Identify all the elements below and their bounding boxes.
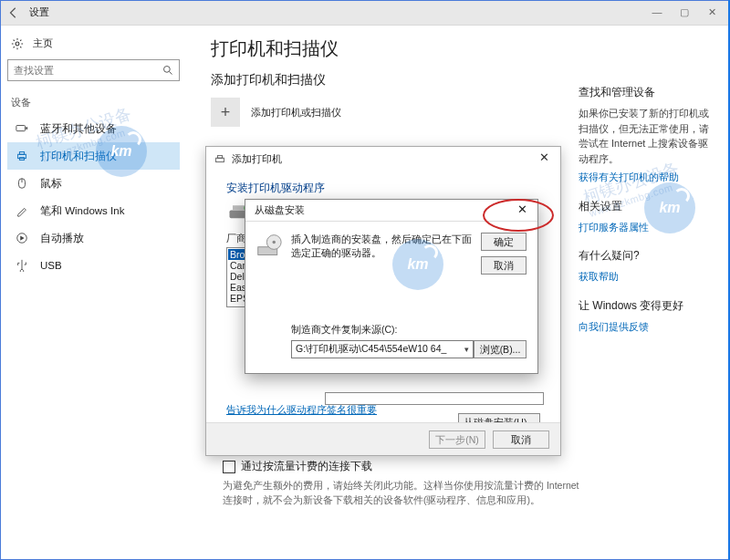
cancel-button[interactable]: 取消: [481, 256, 527, 275]
svg-rect-6: [19, 152, 24, 155]
gear-icon: [11, 37, 24, 50]
cancel-button[interactable]: 取消: [493, 430, 549, 449]
source-path-combo[interactable]: G:\打印机驱动\C454\554eW10 64_ ▾: [291, 340, 474, 358]
window-buttons: ― ▢ ✕: [652, 6, 725, 18]
sidebar-item-label: 笔和 Windows Ink: [40, 204, 124, 218]
dialog-footer: 下一步(N) 取消: [206, 422, 560, 455]
chevron-down-icon: ▾: [464, 345, 469, 354]
metered-label: 通过按流量计费的连接下载: [241, 460, 372, 473]
search-box[interactable]: [7, 59, 180, 81]
search-icon[interactable]: [157, 60, 179, 80]
next-button[interactable]: 下一步(N): [429, 430, 485, 449]
disk-dialog-titlebar: 从磁盘安装 ✕: [245, 200, 537, 222]
usb-icon: [15, 258, 29, 273]
pen-icon: [15, 203, 29, 218]
right-heading-related: 相关设置: [579, 198, 717, 214]
disk-dialog-title: 从磁盘安装: [255, 203, 305, 217]
driver-list[interactable]: [325, 392, 544, 405]
browse-button[interactable]: 浏览(B)...: [474, 340, 527, 358]
sidebar-item-mouse[interactable]: 鼠标: [7, 170, 180, 197]
svg-point-0: [16, 42, 19, 46]
disk-dialog-close-button[interactable]: ✕: [512, 202, 532, 219]
printer-icon: [15, 149, 29, 163]
dialog-close-button[interactable]: ✕: [531, 149, 557, 167]
home-link[interactable]: 主页: [7, 31, 180, 59]
svg-rect-4: [26, 127, 27, 130]
ok-button[interactable]: 确定: [481, 233, 527, 251]
window-title: 设置: [29, 5, 49, 19]
sidebar-item-label: 鼠标: [40, 177, 62, 191]
svg-rect-14: [233, 205, 245, 210]
maximize-button[interactable]: ▢: [679, 6, 690, 18]
right-heading-question: 有什么疑问?: [579, 247, 717, 264]
sidebar-item-autoplay[interactable]: 自动播放: [7, 224, 180, 252]
sidebar-item-label: 打印机和扫描仪: [40, 150, 117, 163]
right-manage-text: 如果你已安装了新的打印机或扫描仪，但无法正常使用，请尝试在 Internet 上…: [579, 106, 717, 166]
search-input[interactable]: [8, 65, 157, 76]
section-label: 设备: [7, 94, 180, 115]
window-titlebar: 设置 ― ▢ ✕: [0, 0, 730, 26]
metered-description: 为避免产生额外的费用，请始终关闭此功能。这样当你使用按流量计费的 Interne…: [223, 479, 588, 508]
sidebar-item-label: USB: [40, 260, 62, 271]
mouse-icon: [15, 176, 29, 191]
autoplay-icon: [15, 231, 29, 245]
bluetooth-icon: [15, 121, 29, 136]
page-title: 打印机和扫描仪: [211, 36, 712, 61]
metered-section: 通过按流量计费的连接下载 为避免产生额外的费用，请始终关闭此功能。这样当你使用按…: [223, 460, 588, 508]
close-button[interactable]: ✕: [706, 6, 717, 18]
svg-point-18: [273, 241, 276, 244]
right-column: 查找和管理设备 如果你已安装了新的打印机或扫描仪，但无法正常使用，请尝试在 In…: [579, 84, 717, 347]
link-feedback[interactable]: 向我们提供反馈: [579, 319, 717, 335]
home-label: 主页: [33, 36, 53, 50]
source-path-value: G:\打印机驱动\C454\554eW10 64_: [296, 343, 446, 356]
right-heading-manage: 查找和管理设备: [579, 84, 717, 100]
sidebar-item-label: 自动播放: [40, 232, 84, 245]
sidebar-item-printers[interactable]: 打印机和扫描仪: [7, 142, 180, 170]
printer-icon: [214, 153, 226, 166]
settings-sidebar: 主页 设备 蓝牙和其他设备 打印机和扫描仪 鼠标 笔和 Windows Ink: [0, 26, 187, 560]
sidebar-item-label: 蓝牙和其他设备: [40, 122, 117, 136]
sidebar-item-usb[interactable]: USB: [7, 252, 180, 279]
link-printer-help[interactable]: 获得有关打印机的帮助: [579, 170, 717, 185]
svg-point-1: [164, 67, 171, 73]
back-icon[interactable]: [5, 5, 22, 21]
svg-line-2: [170, 72, 172, 75]
plus-icon[interactable]: +: [211, 98, 240, 127]
link-get-help[interactable]: 获取帮助: [579, 269, 717, 285]
svg-rect-12: [217, 155, 222, 158]
driver-signing-link[interactable]: 告诉我为什么驱动程序签名很重要: [226, 404, 377, 417]
svg-rect-11: [216, 158, 224, 161]
right-heading-better: 让 Windows 变得更好: [579, 297, 717, 314]
sidebar-item-bluetooth[interactable]: 蓝牙和其他设备: [7, 115, 180, 142]
source-label: 制造商文件复制来源(C):: [291, 324, 398, 337]
metered-checkbox[interactable]: [223, 461, 235, 473]
install-from-disk-dialog: 从磁盘安装 ✕ 插入制造商的安装盘，然后确定已在下面选定正确的驱动器。 确定 取…: [245, 199, 538, 374]
add-printer-label: 添加打印机或扫描仪: [251, 106, 341, 119]
dialog-title: 添加打印机: [232, 152, 282, 166]
dialog-titlebar: 添加打印机: [206, 147, 560, 171]
disk-icon: [256, 233, 282, 258]
minimize-button[interactable]: ―: [652, 6, 662, 18]
link-print-server[interactable]: 打印服务器属性: [579, 220, 717, 235]
svg-rect-3: [16, 126, 26, 131]
sidebar-item-pen[interactable]: 笔和 Windows Ink: [7, 197, 180, 224]
